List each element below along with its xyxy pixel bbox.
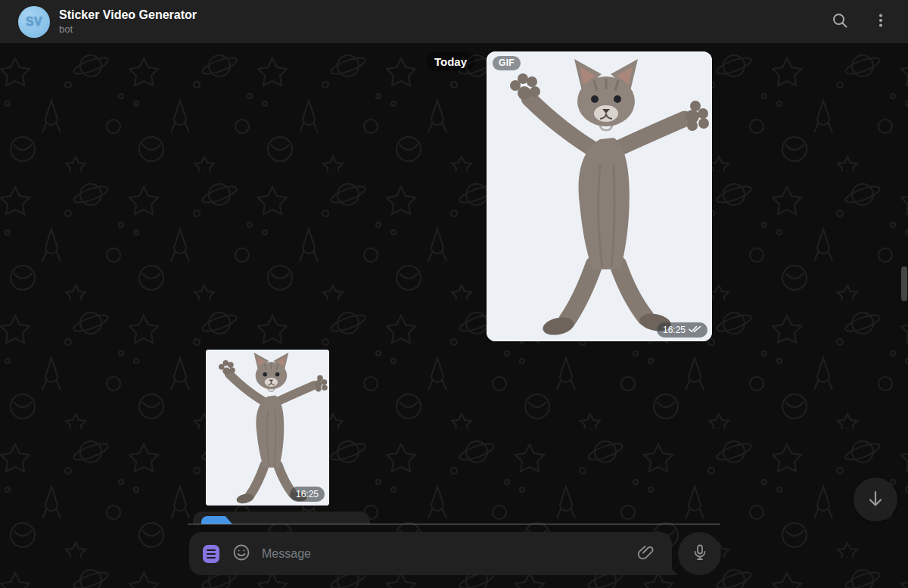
voice-record-button[interactable] [678,532,721,575]
header-actions [825,7,896,37]
microphone-icon [691,543,709,564]
message-meta: 16:25 [290,487,325,502]
chat-area: Today GIF 16:25 16:25 [0,43,908,588]
gif-badge: GIF [493,56,521,70]
avatar[interactable]: SV [18,6,50,38]
gif-message[interactable]: GIF 16:25 [487,51,712,341]
chat-info[interactable]: Sticker Video Generator bot [59,8,825,36]
more-options-button[interactable] [866,7,896,37]
bot-commands-button[interactable] [203,545,219,563]
message-composer [189,532,672,575]
message-time: 16:25 [296,489,319,499]
doodle-background [0,43,908,588]
arrow-down-icon [866,489,885,511]
telegram-chat-window: SV Sticker Video Generator bot Today [0,0,908,588]
scrollbar[interactable] [901,266,907,301]
document-message-partial[interactable] [193,512,370,524]
avatar-initials: SV [26,15,42,29]
message-meta: 16:25 [657,322,707,338]
search-button[interactable] [825,7,855,37]
scroll-to-bottom-button[interactable] [854,478,897,521]
date-separator: Today [426,52,475,71]
smiley-icon [232,543,250,564]
attach-button[interactable] [633,540,660,568]
chat-subtitle: bot [59,23,825,36]
dancing-cat-photo [206,350,329,506]
photo-message[interactable]: 16:25 [206,350,329,506]
paperclip-icon [637,543,655,564]
kebab-menu-icon [872,12,889,31]
dancing-cat-gif [487,51,712,341]
page-title: Sticker Video Generator [59,8,825,23]
search-icon [832,12,848,31]
message-input[interactable] [262,547,633,561]
chat-header: SV Sticker Video Generator bot [0,0,908,43]
read-checks-icon [689,325,701,335]
message-time: 16:25 [663,325,686,335]
composer-divider [188,524,720,524]
emoji-button[interactable] [229,541,254,567]
